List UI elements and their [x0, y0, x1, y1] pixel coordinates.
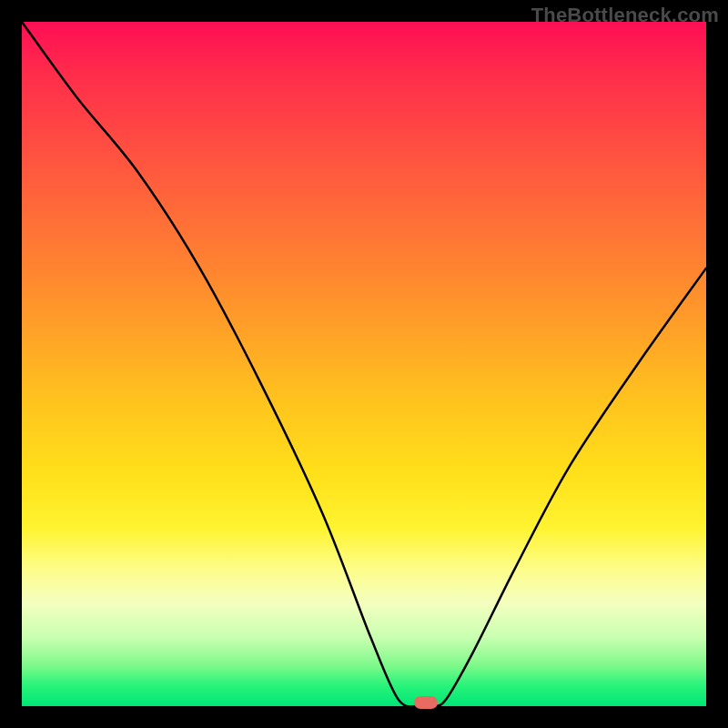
plot-area — [22, 22, 706, 706]
curve-path — [22, 22, 706, 706]
watermark-text: TheBottleneck.com — [531, 4, 719, 27]
sweet-spot-marker — [414, 696, 438, 709]
bottleneck-curve — [22, 22, 706, 706]
chart-frame: TheBottleneck.com — [0, 0, 728, 728]
